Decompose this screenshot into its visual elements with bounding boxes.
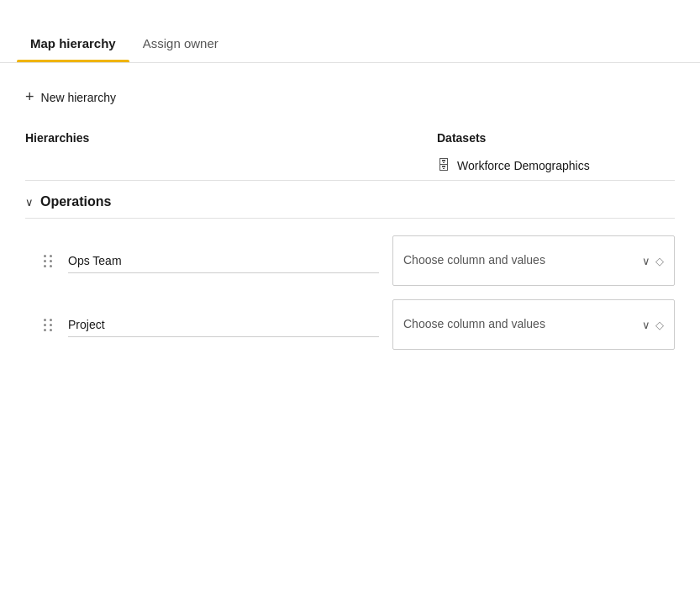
drag-dot — [50, 319, 52, 321]
drag-dot — [50, 324, 52, 326]
ops-team-column-select[interactable]: Choose column and values ∨ ◇ — [392, 235, 675, 286]
plus-icon: + — [25, 88, 34, 106]
tab-map-hierarchy[interactable]: Map hierarchy — [17, 36, 129, 62]
datasets-column-header: Datasets — [437, 131, 675, 145]
ops-team-chevron-icon[interactable]: ∨ — [642, 255, 650, 267]
ops-team-column-label: Choose column and values — [403, 252, 545, 269]
tabs-bar: Map hierarchy Assign owner — [0, 0, 700, 63]
dataset-name: Workforce Demographics — [457, 159, 590, 172]
tab-assign-owner[interactable]: Assign owner — [129, 36, 232, 62]
new-hierarchy-button[interactable]: + New hierarchy — [25, 83, 116, 111]
dataset-row: 🗄 Workforce Demographics — [25, 158, 675, 173]
project-chevron-icon[interactable]: ∨ — [642, 319, 650, 331]
drag-dot — [44, 255, 46, 257]
ops-team-name-input[interactable] — [68, 249, 379, 273]
content-area: + New hierarchy Hierarchies Datasets 🗄 W… — [0, 63, 700, 370]
project-select-icons: ∨ ◇ — [642, 319, 664, 331]
divider-2 — [25, 218, 675, 219]
dataset-item: 🗄 Workforce Demographics — [437, 158, 590, 173]
ops-team-select-icons: ∨ ◇ — [642, 255, 664, 267]
drag-handle[interactable] — [42, 315, 55, 335]
collapse-chevron-icon[interactable]: ∨ — [25, 196, 34, 209]
new-hierarchy-label: New hierarchy — [41, 91, 116, 104]
drag-dot — [50, 329, 52, 331]
drag-dot — [50, 265, 52, 267]
drag-dot — [44, 265, 46, 267]
drag-dots — [44, 255, 53, 267]
operations-section-header: ∨ Operations — [25, 194, 675, 218]
operations-section-title: Operations — [40, 194, 111, 209]
drag-dots — [44, 319, 53, 331]
hierarchy-item: Choose column and values ∨ ◇ — [42, 235, 675, 286]
drag-dot — [44, 324, 46, 326]
drag-dot — [44, 319, 46, 321]
drag-dot — [50, 255, 52, 257]
ops-team-clear-icon[interactable]: ◇ — [655, 255, 664, 267]
project-name-input[interactable] — [68, 313, 379, 337]
database-icon: 🗄 — [437, 158, 450, 173]
drag-dot — [44, 329, 46, 331]
project-column-label: Choose column and values — [403, 316, 545, 333]
main-container: Map hierarchy Assign owner + New hierarc… — [0, 0, 700, 597]
headers-row: Hierarchies Datasets — [25, 131, 675, 151]
drag-handle[interactable] — [42, 251, 55, 271]
project-column-select[interactable]: Choose column and values ∨ ◇ — [392, 299, 675, 350]
project-clear-icon[interactable]: ◇ — [655, 319, 664, 331]
hierarchy-item: Choose column and values ∨ ◇ — [42, 299, 675, 350]
hierarchies-column-header: Hierarchies — [25, 131, 437, 145]
hierarchy-items-list: Choose column and values ∨ ◇ — [25, 235, 675, 350]
divider-1 — [25, 180, 675, 181]
drag-dot — [44, 260, 46, 262]
drag-dot — [50, 260, 52, 262]
